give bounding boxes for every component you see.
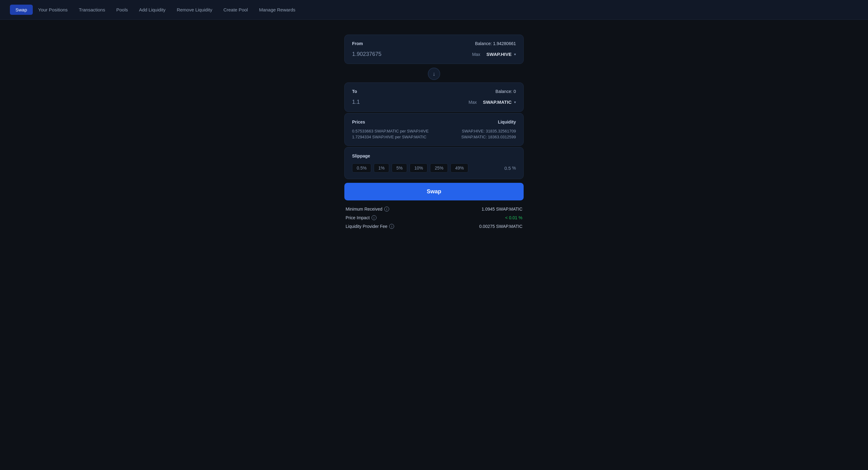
liquidity-label: Liquidity <box>498 120 516 125</box>
liquidity-fee-label: Liquidity Provider Fee <box>346 224 387 229</box>
liquidity-fee-row: Liquidity Provider Fee i 0.00275 SWAP.MA… <box>346 224 522 229</box>
nav-item-remove-liquidity[interactable]: Remove Liquidity <box>171 5 218 15</box>
to-token-name: SWAP.MATIC <box>483 99 512 105</box>
to-card: To Balance: 0 Max SWAP.MATIC ▾ <box>344 82 524 112</box>
from-amount-input[interactable] <box>352 51 434 58</box>
to-header: To Balance: 0 <box>352 89 516 94</box>
swap-direction-button[interactable]: ↓ <box>428 68 440 80</box>
slippage-option-0.5[interactable]: 0.5% <box>352 163 371 173</box>
nav-item-create-pool[interactable]: Create Pool <box>218 5 253 15</box>
liquidity-fee-info-icon[interactable]: i <box>389 224 394 229</box>
navigation: SwapYour PositionsTransactionsPoolsAdd L… <box>0 0 868 20</box>
swap-button[interactable]: Swap <box>344 183 524 200</box>
price-text-1: 0.57533663 SWAP.MATIC per SWAP.HIVE <box>352 129 429 133</box>
liquidity-fee-key: Liquidity Provider Fee i <box>346 224 394 229</box>
slippage-option-25[interactable]: 25% <box>430 163 448 173</box>
nav-item-pools[interactable]: Pools <box>111 5 133 15</box>
minimum-received-info-icon[interactable]: i <box>384 207 389 211</box>
price-impact-info-icon[interactable]: i <box>372 215 376 220</box>
price-impact-label: Price Impact <box>346 215 370 220</box>
prices-right: SWAP.HIVE: 31835.32561709 SWAP.MATIC: 18… <box>461 129 516 139</box>
nav-item-your-positions[interactable]: Your Positions <box>33 5 73 15</box>
to-token-chevron-icon: ▾ <box>514 100 516 104</box>
slippage-percent-symbol: % <box>512 166 516 170</box>
slippage-custom-wrap: % <box>499 166 516 171</box>
slippage-option-5[interactable]: 5% <box>392 163 407 173</box>
liquidity-text-2: SWAP.MATIC: 18363.0312599 <box>461 135 516 139</box>
swap-container: From Balance: 1.94280661 Max SWAP.HIVE ▾… <box>344 35 524 233</box>
from-max-button[interactable]: Max <box>472 52 480 57</box>
prices-label: Prices <box>352 120 365 125</box>
liquidity-fee-value: 0.00275 SWAP.MATIC <box>479 224 522 229</box>
slippage-option-49[interactable]: 49% <box>451 163 468 173</box>
from-input-row: Max SWAP.HIVE ▾ <box>352 51 516 58</box>
minimum-received-row: Minimum Received i 1.0945 SWAP.MATIC <box>346 207 522 211</box>
nav-item-transactions[interactable]: Transactions <box>73 5 111 15</box>
nav-item-add-liquidity[interactable]: Add Liquidity <box>133 5 171 15</box>
minimum-received-label: Minimum Received <box>346 207 382 211</box>
from-label: From <box>352 41 363 46</box>
from-token-selector[interactable]: Max SWAP.HIVE ▾ <box>472 52 516 57</box>
info-section: Minimum Received i 1.0945 SWAP.MATIC Pri… <box>344 203 524 233</box>
price-text-2: 1.7294334 SWAP.HIVE per SWAP.MATIC <box>352 135 429 139</box>
prices-body: 0.57533663 SWAP.MATIC per SWAP.HIVE 1.72… <box>352 129 516 139</box>
price-impact-key: Price Impact i <box>346 215 376 220</box>
minimum-received-key: Minimum Received i <box>346 207 389 211</box>
from-card: From Balance: 1.94280661 Max SWAP.HIVE ▾ <box>344 35 524 64</box>
to-label: To <box>352 89 357 94</box>
nav-item-manage-rewards[interactable]: Manage Rewards <box>253 5 301 15</box>
slippage-card: Slippage 0.5%1%5%10%25%49% % <box>344 147 524 179</box>
prices-left: 0.57533663 SWAP.MATIC per SWAP.HIVE 1.72… <box>352 129 429 139</box>
price-impact-value: < 0.01 % <box>505 215 522 220</box>
slippage-option-1[interactable]: 1% <box>374 163 389 173</box>
main-content: From Balance: 1.94280661 Max SWAP.HIVE ▾… <box>0 20 868 247</box>
from-token-chevron-icon: ▾ <box>514 52 516 57</box>
from-header: From Balance: 1.94280661 <box>352 41 516 46</box>
from-token-name: SWAP.HIVE <box>487 52 512 57</box>
minimum-received-value: 1.0945 SWAP.MATIC <box>482 207 522 211</box>
to-balance: Balance: 0 <box>496 89 516 94</box>
from-balance: Balance: 1.94280661 <box>475 41 516 46</box>
prices-header: Prices Liquidity <box>352 120 516 125</box>
slippage-custom-input[interactable] <box>499 166 511 171</box>
to-amount-input[interactable] <box>352 99 434 105</box>
to-max-button[interactable]: Max <box>469 100 477 105</box>
prices-card: Prices Liquidity 0.57533663 SWAP.MATIC p… <box>344 113 524 146</box>
price-impact-row: Price Impact i < 0.01 % <box>346 215 522 220</box>
to-token-selector[interactable]: Max SWAP.MATIC ▾ <box>469 99 516 105</box>
slippage-option-10[interactable]: 10% <box>410 163 428 173</box>
to-input-row: Max SWAP.MATIC ▾ <box>352 99 516 105</box>
liquidity-text-1: SWAP.HIVE: 31835.32561709 <box>461 129 516 133</box>
swap-direction-wrap: ↓ <box>344 65 524 82</box>
slippage-options: 0.5%1%5%10%25%49% % <box>352 163 516 173</box>
nav-item-swap[interactable]: Swap <box>10 5 33 15</box>
slippage-label: Slippage <box>352 154 516 159</box>
swap-direction-icon: ↓ <box>433 71 436 77</box>
